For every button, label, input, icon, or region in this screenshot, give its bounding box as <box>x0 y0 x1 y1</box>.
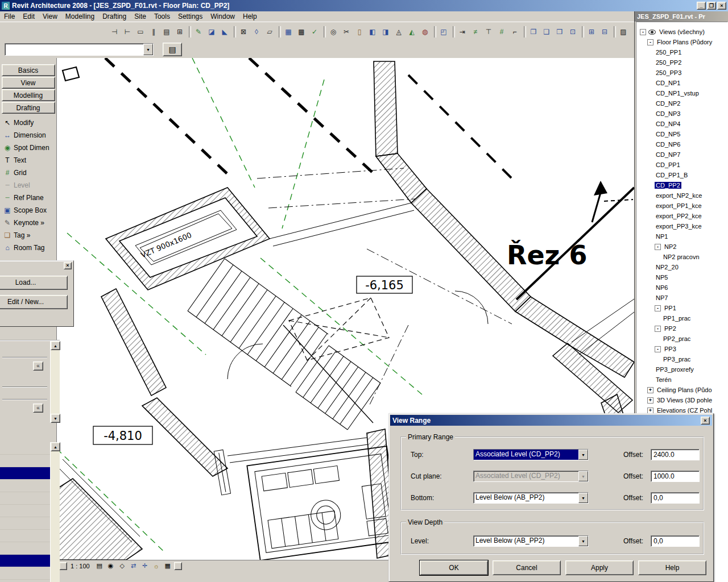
design-bar-tab[interactable]: Basics <box>2 64 55 76</box>
toolbar-button[interactable]: ❒ <box>553 26 566 38</box>
chevron-down-icon[interactable]: ▼ <box>578 450 588 460</box>
toolbar-button[interactable]: ⊠ <box>237 26 250 38</box>
design-bar-tool[interactable]: ❏ Tag » <box>0 229 56 242</box>
level-combobox[interactable]: Associated Level (CD_PP2) ▼ <box>473 449 589 460</box>
tree-item[interactable]: - NP2 <box>636 242 727 252</box>
menu-item[interactable]: Window <box>206 12 239 21</box>
tree-item[interactable]: NP5 <box>636 272 727 282</box>
design-bar-tool[interactable]: ⌂ Room Tag <box>0 242 56 254</box>
tree-item[interactable]: NP6 <box>636 282 727 293</box>
expand-toggle-icon[interactable]: + <box>647 397 653 404</box>
toolbar-button[interactable]: ◍ <box>419 26 431 38</box>
expand-toggle-icon[interactable]: - <box>640 29 646 35</box>
toolbar-button[interactable]: ⇥ <box>456 26 469 38</box>
value-row[interactable] <box>0 480 50 492</box>
value-row[interactable] <box>0 455 50 467</box>
tree-item[interactable]: 250_PP2 <box>636 57 727 68</box>
view-control-button[interactable]: ◇ <box>117 562 127 571</box>
tree-item[interactable]: PP1_prac <box>636 313 727 323</box>
tree-item[interactable]: CD_PP2 <box>636 180 727 190</box>
tree-item[interactable]: export_PP2_kce <box>636 211 727 221</box>
toolbar-button[interactable]: ▭ <box>134 26 147 38</box>
menu-item[interactable]: Tools <box>150 12 174 21</box>
toolbar-button[interactable]: ❑ <box>540 26 553 38</box>
dialog-button[interactable]: Apply <box>565 560 634 575</box>
toolbar-button[interactable]: ✓ <box>308 26 321 38</box>
scale-indicator[interactable]: 1 : 100 <box>71 563 90 569</box>
tree-item[interactable]: PP3_prac <box>636 354 727 364</box>
tree-item[interactable]: NP2_20 <box>636 262 727 272</box>
scrollbar[interactable]: ▲ ▼ <box>50 341 60 423</box>
value-row[interactable] <box>0 517 50 530</box>
tree-item[interactable]: - Views (všechny) <box>636 27 727 37</box>
toolbar-button[interactable]: ⊤ <box>482 26 495 38</box>
toolbar-button[interactable]: ∥ <box>147 26 160 38</box>
scrollbar[interactable]: ▲ <box>50 442 60 582</box>
tree-item[interactable]: + Ceiling Plans (Půdo <box>636 385 727 395</box>
tree-item[interactable]: + 3D Views (3D pohle <box>636 395 727 405</box>
type-selector-combobox[interactable]: ▼ <box>5 43 154 56</box>
scroll-down-icon[interactable]: ▼ <box>51 414 60 423</box>
load-button[interactable]: Load... <box>0 276 68 290</box>
dialog-button[interactable]: Help <box>638 560 706 575</box>
view-control-end-button[interactable] <box>174 562 182 570</box>
tree-item[interactable]: Terén <box>636 375 727 385</box>
design-bar-tool[interactable]: ↔ Dimension <box>0 129 56 142</box>
toolbar-button[interactable]: ≠ <box>469 26 482 38</box>
expand-toggle-icon[interactable]: - <box>655 346 661 352</box>
offset-input[interactable]: 0,0 <box>651 535 700 547</box>
value-row[interactable] <box>0 542 50 555</box>
toolbar-button[interactable]: ▩ <box>295 26 308 38</box>
view-control-button[interactable]: ▤ <box>94 562 105 571</box>
tree-item[interactable]: export_NP2_kce <box>636 190 727 201</box>
edit-new-button[interactable]: Edit / New... <box>0 295 68 309</box>
view-control-button[interactable]: ⇄ <box>129 562 139 571</box>
view-control-button[interactable]: ☼ <box>151 562 162 571</box>
menu-item[interactable]: Settings <box>174 12 206 21</box>
close-button[interactable]: × <box>717 2 726 10</box>
toolbar-button[interactable]: ◎ <box>327 26 340 38</box>
toolbar-button[interactable]: ◭ <box>406 26 418 38</box>
design-bar-tool[interactable]: ┄ Level <box>0 179 56 192</box>
toolbar-button[interactable]: ◬ <box>392 26 405 38</box>
chevron-down-icon[interactable]: ▼ <box>578 493 588 503</box>
offset-input[interactable]: 0,0 <box>651 492 700 504</box>
tree-item[interactable]: PP3_proxrefy <box>636 364 727 375</box>
expand-toggle-icon[interactable]: - <box>655 326 661 332</box>
menu-item[interactable]: Site <box>130 12 150 21</box>
toolbar-button[interactable]: ⊞ <box>173 26 186 38</box>
menu-item[interactable]: File <box>0 12 19 21</box>
scroll-up-icon[interactable]: ▲ <box>51 442 60 451</box>
tree-item[interactable]: - PP3 <box>636 344 727 354</box>
expand-toggle-icon[interactable]: - <box>655 305 661 311</box>
toolbar-button[interactable]: ▯ <box>353 26 366 38</box>
toolbar-button[interactable]: ✎ <box>192 26 205 38</box>
design-bar-tab[interactable]: View <box>2 77 55 89</box>
level-combobox[interactable]: Associated Level (CD_PP2) ▼ <box>473 471 589 482</box>
toolbar-button[interactable]: ◧ <box>366 26 379 38</box>
tree-item[interactable]: CD_NP7 <box>636 149 727 160</box>
tree-item[interactable]: CD_NP3 <box>636 109 727 119</box>
expand-toggle-icon[interactable]: - <box>655 244 661 250</box>
tree-item[interactable]: export_PP3_kce <box>636 221 727 231</box>
design-bar-tool[interactable]: ✎ Keynote » <box>0 217 56 229</box>
tree-item[interactable]: - PP2 <box>636 323 727 334</box>
design-bar-tab[interactable]: Modelling <box>2 89 55 101</box>
tree-item[interactable]: CD_NP1_vstup <box>636 88 727 98</box>
tree-item[interactable]: CD_PP1_B <box>636 170 727 180</box>
value-row[interactable] <box>0 567 50 580</box>
toolbar-button[interactable]: ⊢ <box>121 26 134 38</box>
offset-input[interactable]: 2400.0 <box>651 449 700 460</box>
tree-item[interactable]: CD_PP1 <box>636 160 727 170</box>
tree-item[interactable]: PP2_prac <box>636 334 727 344</box>
title-bar[interactable]: R Revit Architecture 2008 - [JES_ZSPD_F0… <box>0 0 728 11</box>
tree-item[interactable]: - Floor Plans (Půdory <box>636 37 727 47</box>
scroll-up-icon[interactable]: ▲ <box>51 341 60 350</box>
value-row-selected[interactable] <box>0 555 50 567</box>
expand-toggle-icon[interactable]: + <box>647 387 653 393</box>
view-control-button[interactable]: ◉ <box>106 562 116 571</box>
design-bar-tool[interactable]: ↖ Modify <box>0 117 56 129</box>
tree-item[interactable]: CD_NP1 <box>636 78 727 88</box>
view-control-button[interactable]: ✛ <box>140 562 150 571</box>
chevron-down-icon[interactable]: ▼ <box>578 536 588 546</box>
